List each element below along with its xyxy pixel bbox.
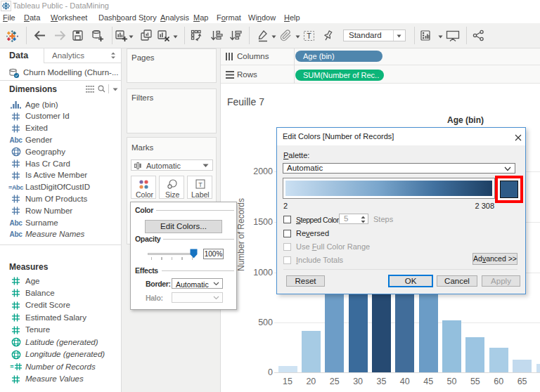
svg-text:T: T (307, 32, 311, 40)
svg-text:T: T (198, 181, 202, 188)
